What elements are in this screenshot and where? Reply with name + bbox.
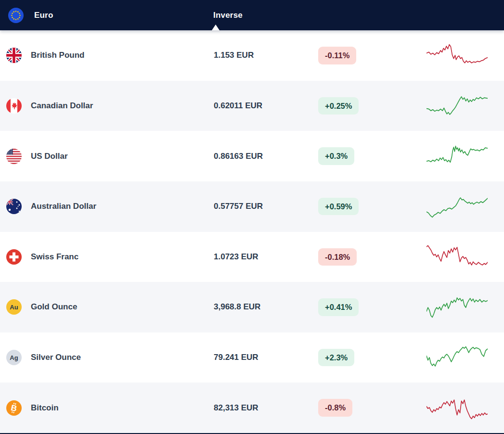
table-row[interactable]: Swiss Franc 1.0723 EUR -0.18% [0, 232, 504, 282]
rate-value: 0.62011 EUR [214, 101, 318, 111]
currency-name: Australian Dollar [31, 202, 214, 211]
eu-flag-icon [8, 8, 24, 23]
table-row[interactable]: Canadian Dollar 0.62011 EUR +0.25% [0, 81, 504, 131]
gold-au-icon: Au [6, 299, 22, 315]
sparkline-chart [426, 92, 488, 119]
sparkline-chart [426, 294, 488, 320]
sparkline-chart [426, 344, 488, 371]
sparkline-chart [426, 143, 488, 170]
currency-name: Gold Ounce [31, 302, 214, 312]
rate-value: 1.0723 EUR [214, 252, 318, 262]
currency-name: Bitcoin [31, 403, 214, 413]
sparkline-chart [426, 42, 488, 69]
table-header: Euro Inverse [0, 0, 504, 30]
australia-flag-icon [6, 199, 22, 214]
table-row[interactable]: B Bitcoin 82,313 EUR -0.8% [0, 383, 504, 433]
svg-text:Au: Au [10, 304, 18, 311]
rate-value: 0.57757 EUR [214, 202, 318, 211]
sparkline-chart [426, 193, 488, 220]
change-badge: -0.11% [318, 47, 356, 64]
uk-flag-icon [6, 48, 22, 63]
change-badge: +0.3% [318, 147, 354, 165]
currency-name: Swiss Franc [31, 252, 214, 262]
change-badge: +2.3% [318, 349, 354, 367]
change-badge: +0.41% [318, 298, 359, 316]
change-badge: +0.59% [318, 198, 359, 216]
base-currency-label: Euro [34, 11, 53, 20]
sparkline-chart [426, 395, 488, 421]
svg-text:Ag: Ag [10, 354, 18, 361]
change-badge: -0.18% [318, 248, 357, 266]
table-row[interactable]: Australian Dollar 0.57757 EUR +0.59% [0, 181, 504, 232]
currency-name: US Dollar [31, 152, 214, 161]
currency-name: British Pound [31, 51, 214, 60]
silver-ag-icon: Ag [6, 350, 22, 365]
change-badge: +0.25% [318, 97, 359, 115]
sparkline-chart [426, 243, 488, 270]
rate-value: 0.86163 EUR [214, 152, 318, 161]
currency-name: Canadian Dollar [31, 101, 214, 111]
switzerland-flag-icon [6, 249, 22, 265]
rate-value: 79.241 EUR [214, 353, 318, 362]
table-row[interactable]: Au Gold Ounce 3,968.8 EUR +0.41% [0, 282, 504, 332]
table-row[interactable]: US Dollar 0.86163 EUR +0.3% [0, 131, 504, 181]
currency-rates-widget: Euro Inverse British Pound 1.153 EUR -0.… [0, 0, 504, 434]
us-flag-icon [6, 149, 22, 164]
change-badge: -0.8% [318, 399, 352, 417]
rate-value: 1.153 EUR [214, 51, 318, 60]
currency-name: Silver Ounce [31, 353, 214, 362]
canada-flag-icon [6, 98, 22, 114]
bitcoin-icon: B [6, 400, 22, 416]
table-row[interactable]: Ag Silver Ounce 79.241 EUR +2.3% [0, 332, 504, 383]
active-tab-caret-icon [212, 25, 220, 30]
base-currency-selector[interactable]: Euro [8, 0, 53, 30]
rates-list: British Pound 1.153 EUR -0.11% Canadian … [0, 30, 504, 433]
rate-value: 82,313 EUR [214, 403, 318, 413]
rate-value: 3,968.8 EUR [214, 302, 318, 312]
table-row[interactable]: British Pound 1.153 EUR -0.11% [0, 30, 504, 81]
